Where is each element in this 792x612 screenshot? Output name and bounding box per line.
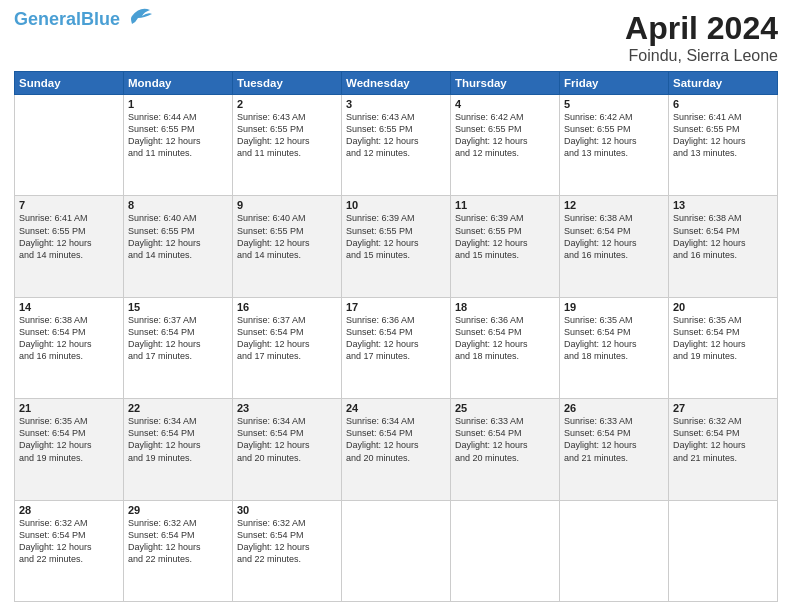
day-info: Sunrise: 6:34 AMSunset: 6:54 PMDaylight:… xyxy=(346,415,446,464)
calendar-cell xyxy=(15,95,124,196)
day-number: 22 xyxy=(128,402,228,414)
day-info: Sunrise: 6:39 AMSunset: 6:55 PMDaylight:… xyxy=(346,212,446,261)
page: GeneralBlue April 2024 Foindu, Sierra Le… xyxy=(0,0,792,612)
logo-bird-icon xyxy=(122,4,152,26)
day-info: Sunrise: 6:38 AMSunset: 6:54 PMDaylight:… xyxy=(19,314,119,363)
calendar-header-row: Sunday Monday Tuesday Wednesday Thursday… xyxy=(15,72,778,95)
day-info: Sunrise: 6:37 AMSunset: 6:54 PMDaylight:… xyxy=(128,314,228,363)
day-number: 1 xyxy=(128,98,228,110)
calendar-cell: 21Sunrise: 6:35 AMSunset: 6:54 PMDayligh… xyxy=(15,399,124,500)
day-number: 3 xyxy=(346,98,446,110)
day-number: 20 xyxy=(673,301,773,313)
day-info: Sunrise: 6:33 AMSunset: 6:54 PMDaylight:… xyxy=(564,415,664,464)
calendar-week-row: 14Sunrise: 6:38 AMSunset: 6:54 PMDayligh… xyxy=(15,297,778,398)
day-number: 28 xyxy=(19,504,119,516)
calendar-cell: 16Sunrise: 6:37 AMSunset: 6:54 PMDayligh… xyxy=(233,297,342,398)
calendar-cell xyxy=(342,500,451,601)
day-info: Sunrise: 6:36 AMSunset: 6:54 PMDaylight:… xyxy=(455,314,555,363)
calendar-cell: 17Sunrise: 6:36 AMSunset: 6:54 PMDayligh… xyxy=(342,297,451,398)
logo: GeneralBlue xyxy=(14,10,152,30)
calendar-cell: 14Sunrise: 6:38 AMSunset: 6:54 PMDayligh… xyxy=(15,297,124,398)
main-title: April 2024 xyxy=(625,10,778,47)
calendar-cell: 26Sunrise: 6:33 AMSunset: 6:54 PMDayligh… xyxy=(560,399,669,500)
calendar-cell: 6Sunrise: 6:41 AMSunset: 6:55 PMDaylight… xyxy=(669,95,778,196)
day-info: Sunrise: 6:43 AMSunset: 6:55 PMDaylight:… xyxy=(237,111,337,160)
calendar-week-row: 1Sunrise: 6:44 AMSunset: 6:55 PMDaylight… xyxy=(15,95,778,196)
day-number: 27 xyxy=(673,402,773,414)
day-number: 26 xyxy=(564,402,664,414)
col-saturday: Saturday xyxy=(669,72,778,95)
day-info: Sunrise: 6:34 AMSunset: 6:54 PMDaylight:… xyxy=(128,415,228,464)
day-number: 4 xyxy=(455,98,555,110)
day-number: 30 xyxy=(237,504,337,516)
calendar: Sunday Monday Tuesday Wednesday Thursday… xyxy=(14,71,778,602)
calendar-cell: 10Sunrise: 6:39 AMSunset: 6:55 PMDayligh… xyxy=(342,196,451,297)
calendar-cell: 4Sunrise: 6:42 AMSunset: 6:55 PMDaylight… xyxy=(451,95,560,196)
day-info: Sunrise: 6:39 AMSunset: 6:55 PMDaylight:… xyxy=(455,212,555,261)
calendar-cell: 15Sunrise: 6:37 AMSunset: 6:54 PMDayligh… xyxy=(124,297,233,398)
day-number: 5 xyxy=(564,98,664,110)
calendar-cell xyxy=(669,500,778,601)
calendar-cell: 19Sunrise: 6:35 AMSunset: 6:54 PMDayligh… xyxy=(560,297,669,398)
calendar-cell xyxy=(560,500,669,601)
calendar-cell: 2Sunrise: 6:43 AMSunset: 6:55 PMDaylight… xyxy=(233,95,342,196)
calendar-cell: 9Sunrise: 6:40 AMSunset: 6:55 PMDaylight… xyxy=(233,196,342,297)
logo-text: GeneralBlue xyxy=(14,10,120,30)
calendar-cell: 24Sunrise: 6:34 AMSunset: 6:54 PMDayligh… xyxy=(342,399,451,500)
day-number: 7 xyxy=(19,199,119,211)
day-number: 29 xyxy=(128,504,228,516)
calendar-cell xyxy=(451,500,560,601)
day-number: 24 xyxy=(346,402,446,414)
calendar-week-row: 21Sunrise: 6:35 AMSunset: 6:54 PMDayligh… xyxy=(15,399,778,500)
day-number: 12 xyxy=(564,199,664,211)
calendar-cell: 3Sunrise: 6:43 AMSunset: 6:55 PMDaylight… xyxy=(342,95,451,196)
day-info: Sunrise: 6:32 AMSunset: 6:54 PMDaylight:… xyxy=(19,517,119,566)
col-monday: Monday xyxy=(124,72,233,95)
day-info: Sunrise: 6:34 AMSunset: 6:54 PMDaylight:… xyxy=(237,415,337,464)
calendar-cell: 5Sunrise: 6:42 AMSunset: 6:55 PMDaylight… xyxy=(560,95,669,196)
day-info: Sunrise: 6:32 AMSunset: 6:54 PMDaylight:… xyxy=(237,517,337,566)
day-number: 25 xyxy=(455,402,555,414)
day-info: Sunrise: 6:35 AMSunset: 6:54 PMDaylight:… xyxy=(673,314,773,363)
day-number: 23 xyxy=(237,402,337,414)
day-number: 6 xyxy=(673,98,773,110)
day-number: 8 xyxy=(128,199,228,211)
subtitle: Foindu, Sierra Leone xyxy=(625,47,778,65)
day-number: 9 xyxy=(237,199,337,211)
day-number: 15 xyxy=(128,301,228,313)
day-info: Sunrise: 6:37 AMSunset: 6:54 PMDaylight:… xyxy=(237,314,337,363)
calendar-cell: 25Sunrise: 6:33 AMSunset: 6:54 PMDayligh… xyxy=(451,399,560,500)
col-wednesday: Wednesday xyxy=(342,72,451,95)
day-info: Sunrise: 6:36 AMSunset: 6:54 PMDaylight:… xyxy=(346,314,446,363)
day-info: Sunrise: 6:40 AMSunset: 6:55 PMDaylight:… xyxy=(128,212,228,261)
day-info: Sunrise: 6:40 AMSunset: 6:55 PMDaylight:… xyxy=(237,212,337,261)
calendar-cell: 12Sunrise: 6:38 AMSunset: 6:54 PMDayligh… xyxy=(560,196,669,297)
calendar-cell: 11Sunrise: 6:39 AMSunset: 6:55 PMDayligh… xyxy=(451,196,560,297)
day-info: Sunrise: 6:42 AMSunset: 6:55 PMDaylight:… xyxy=(564,111,664,160)
calendar-week-row: 28Sunrise: 6:32 AMSunset: 6:54 PMDayligh… xyxy=(15,500,778,601)
day-number: 18 xyxy=(455,301,555,313)
calendar-cell: 28Sunrise: 6:32 AMSunset: 6:54 PMDayligh… xyxy=(15,500,124,601)
header: GeneralBlue April 2024 Foindu, Sierra Le… xyxy=(14,10,778,65)
col-tuesday: Tuesday xyxy=(233,72,342,95)
day-info: Sunrise: 6:43 AMSunset: 6:55 PMDaylight:… xyxy=(346,111,446,160)
title-block: April 2024 Foindu, Sierra Leone xyxy=(625,10,778,65)
day-number: 14 xyxy=(19,301,119,313)
calendar-week-row: 7Sunrise: 6:41 AMSunset: 6:55 PMDaylight… xyxy=(15,196,778,297)
day-number: 17 xyxy=(346,301,446,313)
day-info: Sunrise: 6:32 AMSunset: 6:54 PMDaylight:… xyxy=(128,517,228,566)
day-info: Sunrise: 6:35 AMSunset: 6:54 PMDaylight:… xyxy=(19,415,119,464)
calendar-cell: 1Sunrise: 6:44 AMSunset: 6:55 PMDaylight… xyxy=(124,95,233,196)
calendar-cell: 23Sunrise: 6:34 AMSunset: 6:54 PMDayligh… xyxy=(233,399,342,500)
day-info: Sunrise: 6:44 AMSunset: 6:55 PMDaylight:… xyxy=(128,111,228,160)
day-number: 2 xyxy=(237,98,337,110)
calendar-cell: 27Sunrise: 6:32 AMSunset: 6:54 PMDayligh… xyxy=(669,399,778,500)
day-info: Sunrise: 6:41 AMSunset: 6:55 PMDaylight:… xyxy=(673,111,773,160)
day-info: Sunrise: 6:33 AMSunset: 6:54 PMDaylight:… xyxy=(455,415,555,464)
calendar-cell: 22Sunrise: 6:34 AMSunset: 6:54 PMDayligh… xyxy=(124,399,233,500)
calendar-cell: 13Sunrise: 6:38 AMSunset: 6:54 PMDayligh… xyxy=(669,196,778,297)
day-info: Sunrise: 6:35 AMSunset: 6:54 PMDaylight:… xyxy=(564,314,664,363)
day-number: 10 xyxy=(346,199,446,211)
day-info: Sunrise: 6:41 AMSunset: 6:55 PMDaylight:… xyxy=(19,212,119,261)
day-info: Sunrise: 6:42 AMSunset: 6:55 PMDaylight:… xyxy=(455,111,555,160)
